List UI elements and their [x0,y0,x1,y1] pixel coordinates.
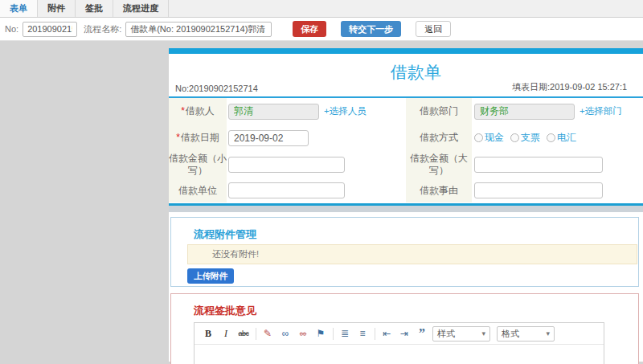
toolbar-divider [333,328,334,340]
approval-comment-editor: B I abc ✎ ∞ ∞ ⚑ ≣ ≡ ⇤ ⇥ ” 样式 [194,322,604,364]
format-dropdown-label: 格式 [502,328,519,340]
command-bar: No: 流程名称: 保存 转交下一步 返回 [0,18,643,41]
panel-accent-bar [169,48,643,54]
toolbar-divider [256,328,256,340]
process-name-input[interactable] [125,22,272,37]
borrower-label: *借款人 [169,98,227,125]
tab-process-progress[interactable]: 流程进度 [113,0,169,17]
no-input[interactable] [23,22,77,37]
amount-uppercase-input[interactable] [474,157,603,173]
loan-date-label: *借款日期 [169,125,227,151]
loan-unit-input[interactable] [228,182,345,198]
lower-area: 流程附件管理 还没有附件! 上传附件 流程签批意见 B I abc ✎ ∞ ∞ … [169,212,643,362]
chevron-down-icon: ▾ [546,329,550,337]
back-button[interactable]: 返回 [416,21,451,37]
tab-approval[interactable]: 签批 [76,0,113,17]
save-button[interactable]: 保存 [293,21,326,37]
unlink-icon[interactable]: ∞ [296,326,310,341]
process-name-label: 流程名称: [84,23,121,35]
tab-bar: 表单 附件 签批 流程进度 [0,0,643,18]
department-input[interactable] [474,104,575,120]
loan-method-radio-group: 现金 支票 电汇 [474,131,583,145]
form-row-amount: 借款金额（小写） 借款金额（大写） [169,151,643,178]
fill-date: 填表日期:2019-09-02 15:27:1 [512,81,627,93]
department-label: 借款部门 [406,98,472,125]
editor-content-area[interactable] [195,345,604,364]
indent-icon[interactable]: ⇥ [397,326,412,341]
form-meta-row: No:20190902152714 填表日期:2019-09-02 15:27:… [169,81,643,98]
section-divider [169,206,643,212]
editor-toolbar: B I abc ✎ ∞ ∞ ⚑ ≣ ≡ ⇤ ⇥ ” 样式 [195,323,604,345]
loan-method-label: 借款方式 [406,125,472,151]
cash-radio-label[interactable]: 现金 [485,131,504,145]
loan-reason-input[interactable] [474,182,603,198]
cash-radio[interactable] [474,133,483,142]
remove-format-icon[interactable]: ✎ [260,326,275,341]
cheque-radio[interactable] [510,133,519,142]
blockquote-icon[interactable]: ” [415,326,429,341]
strikethrough-icon[interactable]: abc [236,326,251,341]
document-number: No:20190902152714 [175,84,258,93]
cheque-radio-label[interactable]: 支票 [521,131,540,145]
main-panel: 借款单 No:20190902152714 填表日期:2019-09-02 15… [169,48,643,364]
borrower-input[interactable] [228,104,319,120]
attachments-heading: 流程附件管理 [194,227,256,242]
form-row-borrower: *借款人 +选择人员 借款部门 +选择部门 [169,98,643,125]
approval-section: 流程签批意见 B I abc ✎ ∞ ∞ ⚑ ≣ ≡ ⇤ ⇥ [170,293,639,364]
loan-unit-label: 借款单位 [169,178,227,202]
wire-transfer-radio[interactable] [547,133,555,142]
italic-icon[interactable]: I [219,326,233,341]
no-label: No: [5,24,18,34]
numbered-list-icon[interactable]: ≣ [338,326,352,341]
upload-attachment-button[interactable]: 上传附件 [187,268,234,284]
tab-form[interactable]: 表单 [0,0,38,17]
wire-transfer-radio-label[interactable]: 电汇 [557,131,576,145]
required-mark: * [181,105,185,117]
amount-uppercase-label: 借款金额（大写） [406,151,472,178]
select-person-link[interactable]: +选择人员 [324,105,367,117]
loan-reason-label: 借款事由 [406,178,472,202]
loan-date-input[interactable] [228,130,309,146]
amount-lowercase-input[interactable] [228,157,345,173]
bullet-list-icon[interactable]: ≡ [355,326,370,341]
anchor-flag-icon[interactable]: ⚑ [313,326,328,341]
styles-dropdown[interactable]: 样式 ▾ [432,326,490,342]
outdent-icon[interactable]: ⇤ [379,326,394,341]
styles-dropdown-label: 样式 [437,328,455,340]
attachments-section: 流程附件管理 还没有附件! 上传附件 [170,217,639,287]
amount-lowercase-label: 借款金额（小写） [169,151,227,178]
required-mark: * [176,132,180,143]
form-row-date-method: *借款日期 借款方式 现金 支票 电汇 [169,125,643,151]
link-icon[interactable]: ∞ [278,326,293,341]
forward-next-step-button[interactable]: 转交下一步 [341,21,401,37]
select-department-link[interactable]: +选择部门 [580,105,622,117]
form-row-unit-reason: 借款单位 借款事由 [169,178,643,202]
form-title: 借款单 [169,54,643,81]
approval-heading: 流程签批意见 [194,304,256,318]
loan-form: 借款单 No:20190902152714 填表日期:2019-09-02 15… [169,54,643,206]
format-dropdown[interactable]: 格式 ▾ [497,326,555,342]
chevron-down-icon: ▾ [481,329,485,337]
bold-icon[interactable]: B [201,326,215,341]
form-table: *借款人 +选择人员 借款部门 +选择部门 *借款日期 [169,98,643,202]
no-attachments-message: 还没有附件! [187,244,637,264]
toolbar-divider [375,328,375,340]
tab-attachments[interactable]: 附件 [38,0,76,17]
